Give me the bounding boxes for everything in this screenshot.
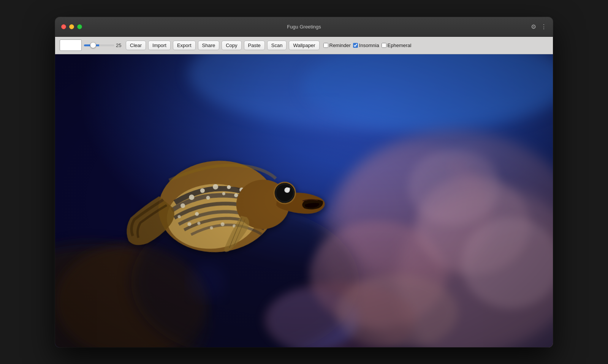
svg-rect-47: [55, 54, 553, 347]
reminder-checkbox[interactable]: [323, 43, 328, 48]
reminder-text: Reminder: [329, 43, 351, 48]
scan-button[interactable]: Scan: [267, 41, 287, 50]
slider-value: 25: [116, 43, 124, 48]
copy-button[interactable]: Copy: [222, 41, 241, 50]
ephemeral-text: Ephemeral: [388, 43, 412, 48]
menu-icon[interactable]: ⋮: [541, 23, 547, 30]
content-area[interactable]: [55, 54, 553, 347]
wallpaper-button[interactable]: Wallpaper: [289, 41, 319, 50]
insomnia-text: Insomnia: [359, 43, 379, 48]
paste-button[interactable]: Paste: [244, 41, 265, 50]
fish-scene: [55, 54, 553, 347]
slider-container: 25: [84, 43, 124, 48]
ephemeral-label[interactable]: Ephemeral: [382, 43, 412, 48]
insomnia-checkbox[interactable]: [353, 43, 358, 48]
title-bar-actions: ⚙ ⋮: [531, 23, 547, 30]
share-button[interactable]: Share: [198, 41, 220, 50]
canvas-preview: [60, 39, 82, 51]
extensions-icon[interactable]: ⚙: [531, 23, 536, 30]
reminder-label[interactable]: Reminder: [323, 43, 351, 48]
toolbar: 25 Clear Import Export Share Copy Paste …: [55, 37, 553, 54]
import-button[interactable]: Import: [148, 41, 171, 50]
traffic-lights: [61, 24, 82, 29]
clear-button[interactable]: Clear: [126, 41, 146, 50]
checkbox-group: Reminder Insomnia Ephemeral: [323, 43, 412, 48]
title-bar: Fugu Greetings ⚙ ⋮: [55, 17, 553, 37]
ephemeral-checkbox[interactable]: [382, 43, 386, 48]
minimize-button[interactable]: [69, 24, 74, 29]
window-title: Fugu Greetings: [287, 24, 321, 30]
close-button[interactable]: [61, 24, 66, 29]
app-window: Fugu Greetings ⚙ ⋮ 25 Clear Import Expor…: [55, 17, 553, 347]
insomnia-label[interactable]: Insomnia: [353, 43, 379, 48]
brush-size-slider[interactable]: [84, 44, 114, 46]
export-button[interactable]: Export: [173, 41, 196, 50]
maximize-button[interactable]: [77, 24, 82, 29]
